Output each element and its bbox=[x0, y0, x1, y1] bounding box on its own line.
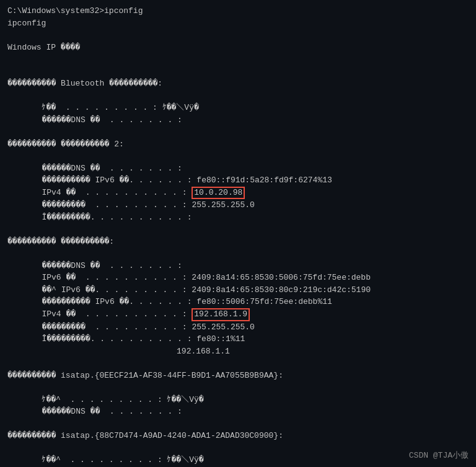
cmd-line-1: C:\Windows\system32>ipconfig bbox=[7, 5, 469, 17]
ma-ipv6-global1: IPv6 �� . . . . . . . . . . : 2409:8a14:… bbox=[27, 272, 469, 284]
main-adapter-header: ���������� ����������: bbox=[7, 236, 469, 248]
a2-dns: ������DNS �� . . . . . . . : bbox=[27, 162, 469, 175]
isatap1-media: ｹ��^ . . . . . . . . . : ｹ��＼Vÿ� bbox=[27, 394, 469, 406]
isatap2-media: ｹ��^ . . . . . . . . . : ｹ��＼Vÿ� bbox=[27, 454, 469, 466]
terminal-window: C:\Windows\system32>ipconfig ipconfig Wi… bbox=[0, 0, 476, 467]
isatap1-header: ���������� isatap.{0EECF21A-AF38-44FF-B9… bbox=[7, 370, 469, 382]
blank-12 bbox=[7, 442, 469, 455]
adapter2-header: ���������� ���������� 2: bbox=[7, 138, 469, 151]
isatap1-dns: ������DNS �� . . . . . . . : bbox=[27, 406, 469, 418]
ma-ipv4: IPv4 �� . . . . . . . . . . : 192.168.1.… bbox=[27, 308, 469, 321]
blank-11 bbox=[7, 418, 469, 430]
ipv4-address-1: 10.0.20.98 bbox=[192, 187, 245, 200]
blank-2 bbox=[7, 53, 469, 66]
bt-media-state: ｹ�� . . . . . . . . . : ｹ��＼Vÿ� bbox=[27, 102, 469, 114]
blank-1 bbox=[7, 29, 469, 42]
bluetooth-header: ���������� Bluetooth ����������: bbox=[7, 78, 469, 90]
ma-dns: ������DNS �� . . . . . . . : bbox=[27, 260, 469, 272]
ma-gateway1: Î���������. . . . . . . . . . : fe80::1%… bbox=[27, 333, 469, 345]
isatap2-header: ���������� isatap.{88C7D474-A9AD-4240-AD… bbox=[7, 430, 469, 442]
ipv4-address-2: 192.168.1.9 bbox=[192, 308, 250, 321]
blank-9 bbox=[7, 357, 469, 370]
a2-ipv4: IPv4 �� . . . . . . . . . . : 10.0.20.98 bbox=[27, 187, 469, 200]
ma-ipv6-global2: ��^ IPv6 ��. . . . . . . . . : 2409:8a14… bbox=[27, 284, 469, 296]
watermark: CSDN @TJA小傲 bbox=[409, 450, 469, 461]
blank-3 bbox=[7, 66, 469, 78]
blank-7 bbox=[7, 223, 469, 236]
a2-ipv6-link: ���������� IPv6 ��. . . . . . : fe80::f9… bbox=[27, 174, 469, 187]
windows-ip-line: Windows IP ���� bbox=[7, 42, 469, 54]
ma-subnet: ��������� . . . . . . . . . : 255.255.25… bbox=[27, 321, 469, 334]
blank-4 bbox=[7, 90, 469, 102]
blank-10 bbox=[7, 381, 469, 394]
cmd-line-2: ipconfig bbox=[7, 17, 469, 30]
ma-ipv6-link: ���������� IPv6 ��. . . . . . : fe80::50… bbox=[27, 296, 469, 308]
a2-subnet: ��������� . . . . . . . . . : 255.255.25… bbox=[27, 199, 469, 211]
ma-gateway2: 192.168.1.1 bbox=[7, 345, 469, 358]
blank-8 bbox=[7, 247, 469, 260]
blank-6 bbox=[7, 150, 469, 162]
a2-gateway: Î���������. . . . . . . . . . : bbox=[27, 211, 469, 224]
blank-5 bbox=[7, 126, 469, 138]
bt-dns: ������DNS �� . . . . . . . : bbox=[27, 114, 469, 127]
